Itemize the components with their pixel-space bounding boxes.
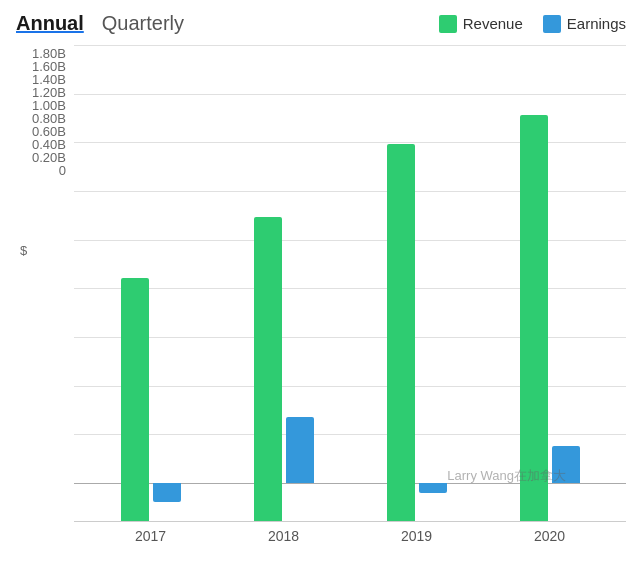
bar-revenue-wrapper <box>520 83 548 521</box>
x-label-group: 2018 <box>254 528 314 552</box>
x-label: 2020 <box>534 528 565 552</box>
bar-revenue <box>520 115 548 521</box>
x-label-group: 2020 <box>520 528 580 552</box>
chart-area: 1.80B1.60B1.40B1.20B1.00B0.80B0.60B0.40B… <box>16 45 626 552</box>
bar-earnings <box>286 417 314 483</box>
bar-earnings <box>552 446 580 482</box>
bar-revenue <box>121 278 149 521</box>
x-label-group: 2019 <box>387 528 447 552</box>
legend: Revenue Earnings <box>439 15 626 33</box>
x-axis-dollar: $ <box>16 207 74 258</box>
bar-group <box>520 45 580 521</box>
bar-revenue-wrapper <box>254 83 282 521</box>
bar-earnings <box>419 483 447 493</box>
bar-groups <box>74 45 626 521</box>
bar-group <box>254 45 314 521</box>
header: Annual Quarterly Revenue Earnings <box>16 12 626 35</box>
y-axis: 1.80B1.60B1.40B1.20B1.00B0.80B0.60B0.40B… <box>16 45 74 207</box>
bar-revenue-wrapper <box>121 83 149 521</box>
bar-earnings-wrapper <box>286 45 314 521</box>
x-label: 2019 <box>401 528 432 552</box>
legend-earnings-label: Earnings <box>567 15 626 32</box>
legend-earnings: Earnings <box>543 15 626 33</box>
bar-group <box>121 45 181 521</box>
main-container: Annual Quarterly Revenue Earnings 1.80B1… <box>0 0 642 572</box>
legend-earnings-box <box>543 15 561 33</box>
bar-revenue-wrapper <box>387 83 415 521</box>
bar-earnings <box>153 483 181 502</box>
tab-quarterly[interactable]: Quarterly <box>102 12 184 35</box>
legend-revenue: Revenue <box>439 15 523 33</box>
chart-inner: Larry Wang在加拿大 2017201820192020 <box>74 45 626 552</box>
x-label: 2017 <box>135 528 166 552</box>
bar-revenue <box>387 144 415 521</box>
legend-revenue-box <box>439 15 457 33</box>
bar-earnings-wrapper <box>552 45 580 521</box>
bar-group <box>387 45 447 521</box>
x-label-group: 2017 <box>121 528 181 552</box>
bar-earnings-wrapper <box>153 45 181 521</box>
y-axis-label: 0 <box>16 164 74 177</box>
legend-revenue-label: Revenue <box>463 15 523 32</box>
x-labels: 2017201820192020 <box>74 522 626 552</box>
bars-container: Larry Wang在加拿大 <box>74 45 626 522</box>
bar-revenue <box>254 217 282 521</box>
bar-earnings-wrapper <box>419 45 447 521</box>
tab-annual[interactable]: Annual <box>16 12 84 35</box>
x-label: 2018 <box>268 528 299 552</box>
